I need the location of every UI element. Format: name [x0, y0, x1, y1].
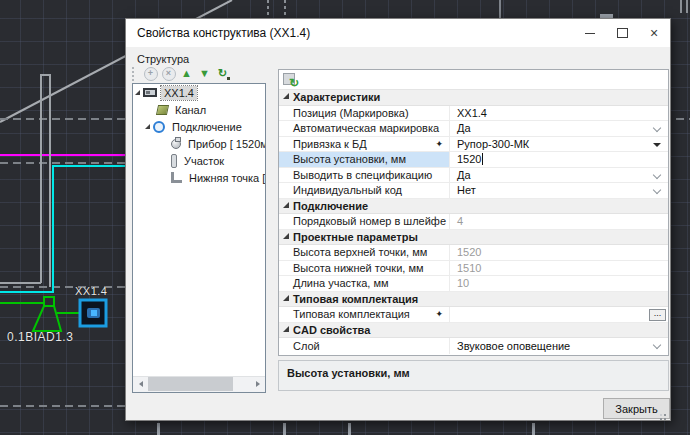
device-icon: [171, 139, 181, 149]
channel-icon: [156, 105, 169, 115]
refresh-icon: ↻: [289, 77, 299, 89]
section-header-connection[interactable]: Подключение: [279, 199, 668, 215]
collapse-icon: [283, 326, 289, 332]
property-value: 4: [457, 215, 463, 227]
add-icon: +: [144, 67, 158, 81]
property-row-db-binding[interactable]: Привязка к БД✦ Рупор-300-МК: [279, 137, 668, 153]
property-row-loop-number[interactable]: Порядковый номер в шлейфе 4: [279, 214, 668, 230]
property-grid-toolbar: ↻: [279, 70, 668, 90]
section-title: Характеристики: [293, 91, 380, 103]
tree-item-label: Канал: [172, 103, 209, 117]
renumber-button[interactable]: ↻: [214, 66, 231, 82]
property-value: XX1.4: [457, 107, 487, 119]
property-row-lower-point-height[interactable]: Высота нижней точки, мм 1510: [279, 261, 668, 277]
property-name: Высота установки, мм: [293, 153, 406, 165]
close-window-button[interactable]: ×: [638, 19, 670, 47]
toolbar-grip[interactable]: [132, 67, 137, 81]
collapse-icon: [283, 202, 289, 208]
tree-item-label: Подключение: [169, 120, 245, 134]
property-row-upper-point-height[interactable]: Высота верхней точки, мм 1520: [279, 245, 668, 261]
refresh-db-button[interactable]: ↻: [283, 73, 297, 86]
diamond-icon: ✦: [435, 139, 443, 149]
cad-device-label: XX1.4: [75, 285, 107, 297]
tree-toolbar: + × ▲ ▼ ↻: [132, 65, 232, 82]
structure-group-label: Структура: [137, 53, 189, 65]
property-row-segment-length[interactable]: Длина участка, мм 10: [279, 276, 668, 292]
property-grid: ↻ Характеристики Позиция (Маркировка) XX…: [278, 69, 669, 356]
scroll-left-button[interactable]: [133, 377, 148, 391]
close-button[interactable]: Закрыть: [603, 398, 670, 419]
collapse-icon: [283, 93, 289, 99]
cad-tick-2: [283, 423, 286, 435]
scroll-right-button[interactable]: [250, 377, 265, 391]
section-title: Проектные параметры: [293, 231, 418, 243]
property-row-auto-marking[interactable]: Автоматическая маркировка Да: [279, 121, 668, 137]
expander-icon[interactable]: [135, 90, 140, 95]
tree-item-label: Прибор [ 1520мм ] X: [185, 137, 266, 151]
property-row-install-height[interactable]: Высота установки, мм 1520: [279, 152, 668, 168]
scrollbar-thumb[interactable]: [148, 377, 233, 391]
resize-grip[interactable]: [664, 414, 666, 416]
arrow-right-icon: [256, 381, 260, 387]
section-title: Типовая комплектация: [293, 293, 418, 305]
tree-item-lower-point[interactable]: Нижняя точка [ 1510: [133, 169, 265, 186]
properties-dialog: Свойства конструктива (XX1.4) × Структур…: [125, 18, 671, 421]
section-header-project-params[interactable]: Проектные параметры: [279, 230, 668, 246]
property-value: 1520: [457, 153, 481, 165]
tree-horizontal-scrollbar[interactable]: [133, 376, 265, 392]
dropdown-arrow-icon[interactable]: [653, 143, 661, 147]
device-grip-point[interactable]: [91, 310, 97, 316]
property-value: Рупор-300-МК: [457, 138, 529, 150]
property-name: Автоматическая маркировка: [293, 122, 439, 134]
property-row-typical-kit[interactable]: Типовая комплектация✦ ...: [279, 307, 668, 323]
chevron-down-icon[interactable]: [653, 170, 661, 178]
delete-element-button[interactable]: ×: [160, 66, 177, 82]
section-title: CAD свойства: [293, 324, 370, 336]
renumber-icon: ↻: [218, 68, 227, 79]
add-element-button[interactable]: +: [142, 66, 159, 82]
screen: { "cad": { "labels": { "device": "XX1.4"…: [0, 0, 690, 435]
scrollbar-track[interactable]: [233, 377, 250, 392]
ellipsis-button[interactable]: ...: [649, 309, 666, 321]
minimize-button[interactable]: [574, 19, 606, 47]
section-header-typical-kit[interactable]: Типовая комплектация: [279, 292, 668, 308]
maximize-icon: [617, 28, 628, 38]
tree-item-construct[interactable]: XX1.4: [133, 84, 265, 101]
arrow-down-icon: ▼: [199, 68, 210, 79]
connection-icon: [153, 121, 165, 133]
tree-item-label: Участок: [181, 154, 227, 168]
move-up-button[interactable]: ▲: [178, 66, 195, 82]
diamond-icon: ✦: [435, 309, 443, 319]
section-header-characteristics[interactable]: Характеристики: [279, 90, 668, 106]
property-name: Привязка к БД: [293, 138, 367, 150]
property-name: Высота нижней точки, мм: [293, 262, 424, 274]
tree-item-label: Нижняя точка [ 1510: [186, 171, 266, 185]
tree-item-channel[interactable]: Канал: [133, 101, 265, 118]
property-name: Выводить в спецификацию: [293, 169, 432, 181]
dialog-titlebar[interactable]: Свойства конструктива (XX1.4) ×: [126, 19, 670, 47]
tree-item-segment[interactable]: Участок: [133, 152, 265, 169]
property-value: Звуковое оповещение: [457, 340, 570, 352]
arrow-left-icon: [139, 381, 143, 387]
description-text: Высота установки, мм: [287, 367, 410, 379]
collapse-icon: [283, 233, 289, 239]
tree-item-connection[interactable]: Подключение: [133, 118, 265, 135]
move-down-button[interactable]: ▼: [196, 66, 213, 82]
property-row-position[interactable]: Позиция (Маркировка) XX1.4: [279, 106, 668, 122]
chevron-down-icon[interactable]: [653, 341, 661, 349]
property-row-individual-code[interactable]: Индивидуальный код Нет: [279, 183, 668, 199]
expander-icon[interactable]: [145, 124, 150, 129]
chevron-down-icon[interactable]: [653, 186, 661, 194]
maximize-button[interactable]: [606, 19, 638, 47]
chevron-down-icon[interactable]: [653, 124, 661, 132]
install-height-input[interactable]: 1520: [450, 152, 668, 167]
collapse-icon: [283, 295, 289, 301]
property-description-panel: Высота установки, мм: [278, 360, 669, 391]
property-row-include-in-spec[interactable]: Выводить в спецификацию Да: [279, 168, 668, 184]
dialog-title: Свойства конструктива (XX1.4): [126, 26, 574, 40]
cad-cyan-line: [0, 166, 129, 292]
section-header-cad-properties[interactable]: CAD свойства: [279, 323, 668, 339]
cad-tick-3: [348, 423, 351, 435]
tree-item-device[interactable]: Прибор [ 1520мм ] X: [133, 135, 265, 152]
property-row-layer[interactable]: Слой Звуковое оповещение: [279, 338, 668, 354]
